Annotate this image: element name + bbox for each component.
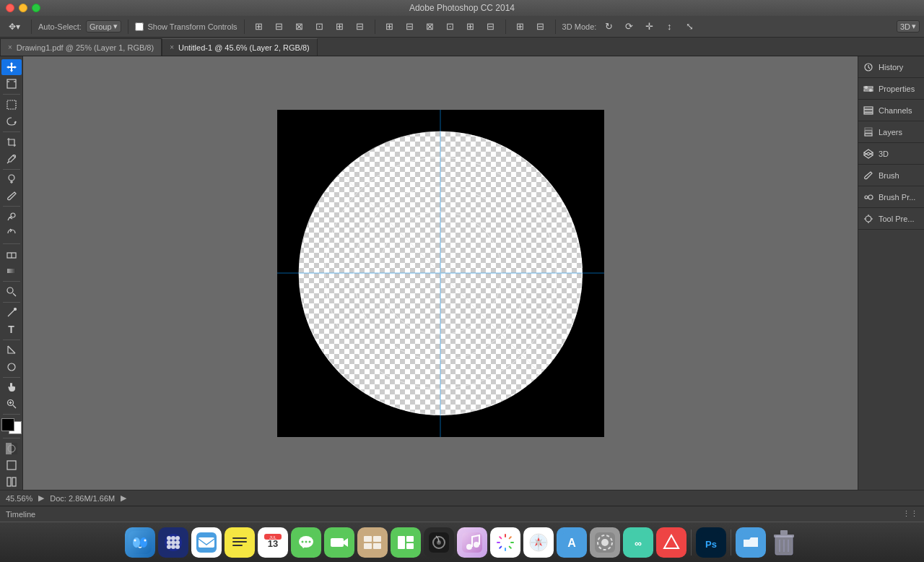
distribute-left-icon[interactable]: ⊞ bbox=[382, 19, 398, 35]
facetime-dock-item[interactable] bbox=[324, 527, 354, 558]
align-center-v-icon[interactable]: ⊞ bbox=[332, 19, 348, 35]
crop-tool[interactable] bbox=[1, 134, 22, 150]
3d-slide-icon[interactable]: ↕ bbox=[661, 19, 677, 35]
color-swatches[interactable] bbox=[1, 418, 22, 434]
3d-scale-icon[interactable]: ⤡ bbox=[681, 19, 697, 35]
3d-roll-icon[interactable]: ⟳ bbox=[621, 19, 637, 35]
photos-browser-dock-item[interactable] bbox=[357, 527, 388, 558]
distribute-top-icon[interactable]: ⊡ bbox=[443, 19, 458, 35]
foreground-color-swatch[interactable] bbox=[1, 418, 14, 431]
photos-browser-icon[interactable] bbox=[357, 527, 388, 558]
itunes-dock-item[interactable] bbox=[457, 527, 487, 558]
ellipse-tool[interactable] bbox=[1, 359, 22, 375]
tool-presets-panel-item[interactable]: Tool Pre... bbox=[858, 208, 924, 230]
distribute-center-v-icon[interactable]: ⊞ bbox=[463, 19, 479, 35]
photoshop-icon[interactable]: Ps bbox=[696, 527, 726, 558]
close-button[interactable] bbox=[6, 4, 14, 12]
itunes-icon[interactable] bbox=[457, 527, 487, 558]
facetime-icon[interactable] bbox=[324, 527, 354, 558]
show-transform-checkbox[interactable] bbox=[135, 22, 144, 31]
hand-tool[interactable] bbox=[1, 379, 22, 395]
finder-files-dock-item[interactable] bbox=[736, 527, 766, 558]
messages-dock-item[interactable] bbox=[291, 527, 321, 558]
channels-panel-item[interactable]: Channels bbox=[858, 100, 924, 121]
calendar-icon[interactable]: 13JUL bbox=[258, 527, 288, 558]
gradient-tool[interactable] bbox=[1, 263, 22, 279]
3d-pan-icon[interactable]: ✛ bbox=[641, 19, 657, 35]
arrange-icon[interactable]: ⊞ bbox=[513, 19, 528, 35]
trash-icon[interactable] bbox=[769, 527, 799, 558]
align-bottom-icon[interactable]: ⊟ bbox=[352, 19, 368, 35]
align-top-icon[interactable]: ⊡ bbox=[312, 19, 328, 35]
distribute-right-icon[interactable]: ⊠ bbox=[422, 19, 438, 35]
arduino-icon[interactable]: ∞ bbox=[623, 527, 653, 558]
sysprefs-dock-item[interactable] bbox=[590, 527, 620, 558]
finder-icon[interactable] bbox=[125, 527, 155, 558]
minimize-button[interactable] bbox=[19, 4, 27, 12]
timeline-expand-icon[interactable]: ⋮⋮ bbox=[902, 509, 918, 519]
launchpad-dock-item[interactable] bbox=[158, 527, 188, 558]
align-center-h-icon[interactable]: ⊟ bbox=[271, 19, 287, 35]
system-prefs-icon[interactable] bbox=[590, 527, 620, 558]
path-selection-tool[interactable] bbox=[1, 342, 22, 358]
panel-toggle-tool[interactable] bbox=[1, 474, 22, 490]
brush-presets-panel-item[interactable]: Brush Pr... bbox=[858, 186, 924, 208]
mail-dock-item[interactable] bbox=[191, 527, 222, 558]
screen-mode-tool[interactable] bbox=[1, 457, 22, 473]
3d-panel-item[interactable]: 3D bbox=[858, 143, 924, 165]
photos-icon[interactable] bbox=[490, 527, 520, 558]
canvas-area[interactable] bbox=[23, 56, 858, 490]
quick-mask-tool[interactable] bbox=[1, 441, 22, 457]
layers-panel-item[interactable]: Layers bbox=[858, 121, 924, 143]
3d-mode-dropdown[interactable]: 3D ▾ bbox=[897, 20, 920, 33]
garageband-dock-item[interactable] bbox=[424, 527, 454, 558]
garageband-icon[interactable] bbox=[424, 527, 454, 558]
tab-untitled[interactable]: × Untitled-1 @ 45.6% (Layer 2, RGB/8) bbox=[162, 38, 318, 56]
arrange2-icon[interactable]: ⊟ bbox=[533, 19, 549, 35]
artboard-tool[interactable] bbox=[1, 76, 22, 92]
trash-dock-item[interactable] bbox=[769, 527, 799, 558]
tab-drawing[interactable]: × Drawing1.pdf @ 25% (Layer 1, RGB/8) bbox=[0, 38, 162, 56]
distribute-bottom-icon[interactable]: ⊟ bbox=[483, 19, 499, 35]
launchpad-icon[interactable] bbox=[158, 527, 188, 558]
auto-select-dropdown[interactable]: Group ▾ bbox=[86, 20, 121, 33]
numbers-icon[interactable] bbox=[391, 527, 421, 558]
safari-dock-item[interactable] bbox=[523, 527, 554, 558]
status-info-arrow[interactable]: ▶ bbox=[38, 493, 44, 503]
brush-panel-item[interactable]: Brush bbox=[858, 165, 924, 186]
move-tool[interactable] bbox=[1, 59, 22, 75]
lasso-tool[interactable] bbox=[1, 113, 22, 129]
finder-dock-item[interactable] bbox=[125, 527, 155, 558]
appstore-dock-item[interactable]: A bbox=[557, 527, 587, 558]
eraser-tool[interactable] bbox=[1, 246, 22, 262]
safari-icon[interactable] bbox=[523, 527, 554, 558]
messages-icon[interactable] bbox=[291, 527, 321, 558]
status-more-arrow[interactable]: ▶ bbox=[121, 493, 126, 503]
align-right-icon[interactable]: ⊠ bbox=[292, 19, 308, 35]
history-brush-tool[interactable] bbox=[1, 225, 22, 241]
tab-close-drawing[interactable]: × bbox=[8, 43, 12, 51]
notes-icon[interactable] bbox=[225, 527, 255, 558]
autodesk-icon[interactable] bbox=[656, 527, 687, 558]
3d-orbit-icon[interactable]: ↻ bbox=[601, 19, 616, 35]
app-store-icon[interactable]: A bbox=[557, 527, 587, 558]
text-tool[interactable]: T bbox=[1, 321, 22, 337]
autodesk-dock-item[interactable] bbox=[656, 527, 687, 558]
calendar-dock-item[interactable]: 13JUL bbox=[258, 527, 288, 558]
clone-stamp-tool[interactable] bbox=[1, 209, 22, 225]
photoshop-dock-item[interactable]: Ps bbox=[696, 527, 726, 558]
history-panel-item[interactable]: History bbox=[858, 56, 924, 78]
tab-close-untitled[interactable]: × bbox=[170, 43, 174, 51]
spot-heal-tool[interactable] bbox=[1, 171, 22, 187]
finder-files-icon[interactable] bbox=[736, 527, 766, 558]
dodge-tool[interactable] bbox=[1, 284, 22, 300]
numbers-dock-item[interactable] bbox=[391, 527, 421, 558]
distribute-center-h-icon[interactable]: ⊟ bbox=[402, 19, 418, 35]
zoom-tool[interactable] bbox=[1, 396, 22, 412]
eyedropper-tool[interactable] bbox=[1, 151, 22, 167]
mail-icon[interactable] bbox=[191, 527, 222, 558]
brush-tool[interactable] bbox=[1, 188, 22, 204]
3d-select[interactable]: 3D ▾ bbox=[897, 20, 920, 33]
properties-panel-item[interactable]: Properties bbox=[858, 78, 924, 100]
notes-dock-item[interactable] bbox=[225, 527, 255, 558]
